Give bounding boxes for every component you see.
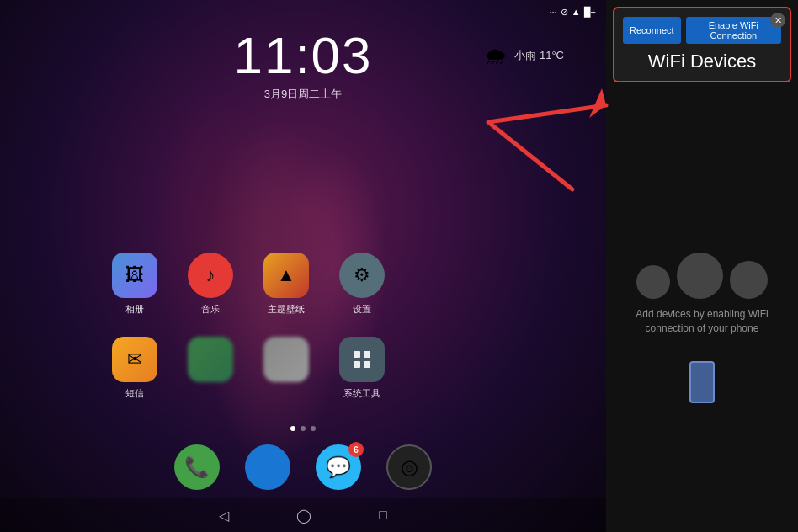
device-circle-2: [677, 253, 723, 299]
device-circles: [636, 253, 768, 299]
dock-phone[interactable]: 📞: [174, 444, 220, 490]
device-circle-3: [730, 261, 768, 299]
app-blurred1-icon: [188, 337, 233, 382]
app-themes-label: 主题壁纸: [268, 303, 305, 316]
dot-2: [301, 426, 306, 431]
app-themes-icon: ▲: [263, 253, 309, 298]
app-tools[interactable]: 系统工具: [328, 337, 396, 412]
chat-badge: 6: [348, 442, 364, 457]
close-button[interactable]: ✕: [770, 13, 785, 28]
dock-camera[interactable]: ◎: [386, 444, 432, 490]
wifi-icon: ▲: [572, 7, 581, 17]
device-area: Add devices by enabling WiFi connection …: [613, 253, 791, 403]
app-settings-icon: ⚙: [339, 253, 385, 298]
bottom-dock: 📞 👤 💬 6 ◎: [0, 444, 606, 490]
app-music-icon: ♪: [188, 253, 233, 298]
svg-rect-0: [354, 351, 360, 358]
app-blurred2-icon: [263, 337, 309, 382]
app-music-label: 音乐: [201, 303, 220, 316]
app-photos-icon: 🖼: [112, 253, 157, 298]
app-settings[interactable]: ⚙ 设置: [328, 253, 396, 328]
nav-bar: ◁ ◯ □: [0, 498, 606, 532]
phone-screen: ··· ⊘ ▲ ▉+ 11:03 3月9日周二上午 🌧 小雨 11°C 🖼 相册…: [0, 0, 606, 532]
svg-rect-3: [364, 361, 370, 368]
dot-3: [311, 426, 316, 431]
dock-contacts[interactable]: 👤: [245, 444, 290, 490]
app-grid: 🖼 相册 ♪ 音乐 ▲ 主题壁纸 ⚙ 设置 ✉ 短信: [101, 253, 396, 412]
weather-temp: 11°C: [540, 49, 564, 61]
app-tools-icon: [339, 337, 385, 382]
app-blurred2[interactable]: [253, 337, 320, 412]
nav-home[interactable]: ◯: [296, 508, 311, 524]
weather-text: 小雨 11°C: [514, 48, 564, 63]
nav-recent[interactable]: □: [379, 508, 387, 523]
clock-time: 11:03: [233, 29, 372, 82]
wifi-devices-title: WiFi Devices: [623, 51, 781, 72]
app-blurred1[interactable]: [177, 337, 244, 412]
wifi-panel-buttons: Reconnect Enable WiFi Connection: [623, 17, 781, 44]
app-photos[interactable]: 🖼 相册: [101, 253, 168, 328]
device-circle-1: [636, 265, 670, 299]
app-messages-label: 短信: [125, 387, 144, 400]
app-tools-label: 系统工具: [343, 387, 380, 400]
status-icons: ··· ⊘ ▲ ▉+: [550, 7, 597, 18]
battery-icon: ▉+: [584, 7, 596, 18]
wifi-devices-panel: ✕ Reconnect Enable WiFi Connection WiFi …: [613, 7, 791, 82]
signal-dots: ···: [550, 7, 557, 17]
weather-condition: 小雨: [514, 49, 536, 61]
status-bar: ··· ⊘ ▲ ▉+: [0, 0, 606, 24]
charge-icon: ⊘: [561, 7, 568, 18]
app-messages-icon: ✉: [112, 337, 157, 382]
reconnect-button[interactable]: Reconnect: [623, 17, 681, 44]
app-music[interactable]: ♪ 音乐: [177, 253, 244, 328]
weather-widget: 🌧 小雨 11°C: [484, 42, 564, 70]
app-themes[interactable]: ▲ 主题壁纸: [253, 253, 320, 328]
svg-rect-2: [354, 361, 360, 368]
weather-icon: 🌧: [484, 42, 508, 70]
nav-back[interactable]: ◁: [219, 508, 229, 524]
enable-wifi-button[interactable]: Enable WiFi Connection: [686, 17, 781, 44]
app-messages[interactable]: ✉ 短信: [101, 337, 168, 412]
phone-device-icon: [689, 361, 715, 403]
app-settings-label: 设置: [353, 303, 371, 316]
page-dots: [0, 426, 606, 431]
add-devices-hint: Add devices by enabling WiFi connection …: [613, 307, 791, 336]
dock-chat[interactable]: 💬 6: [316, 444, 361, 490]
app-photos-label: 相册: [125, 303, 144, 316]
clock-date: 3月9日周二上午: [264, 87, 342, 102]
dot-1: [290, 426, 295, 431]
svg-rect-1: [364, 351, 370, 358]
right-panel: ✕ Reconnect Enable WiFi Connection WiFi …: [606, 0, 798, 532]
